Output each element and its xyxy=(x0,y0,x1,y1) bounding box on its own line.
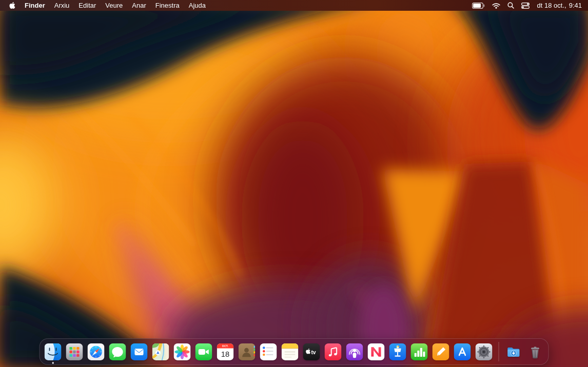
dock-item-settings[interactable] xyxy=(476,343,493,360)
menu-item-veure[interactable]: Veure xyxy=(101,0,127,11)
dock-item-launchpad[interactable] xyxy=(66,343,83,360)
reminders-icon xyxy=(260,343,277,360)
messages-icon xyxy=(109,343,126,360)
trash-icon xyxy=(527,343,544,360)
dock-item-numbers[interactable] xyxy=(411,343,428,360)
dock-item-maps[interactable] xyxy=(152,343,169,360)
clock-time: 9:41 xyxy=(569,2,582,9)
dock-item-calendar[interactable]: OCT. 18 xyxy=(217,343,234,360)
menubar-clock[interactable]: dt 18 oct., 9:41 xyxy=(533,2,582,9)
dock-item-trash[interactable] xyxy=(527,343,544,360)
dock-divider xyxy=(499,342,499,361)
dock: OCT. 18 tv xyxy=(40,338,549,365)
menubar-menus: ArxiuEditarVeureAnarFinestraAjuda xyxy=(50,0,210,11)
menu-item-finestra[interactable]: Finestra xyxy=(151,0,184,11)
calendar-icon: OCT. 18 xyxy=(217,343,234,360)
control-center-icon xyxy=(521,3,530,9)
mail-icon xyxy=(131,343,148,360)
numbers-icon xyxy=(411,343,428,360)
dock-item-reminders[interactable] xyxy=(260,343,277,360)
menu-item-ajuda[interactable]: Ajuda xyxy=(184,0,210,11)
desktop-wallpaper xyxy=(0,0,588,367)
dock-item-music[interactable] xyxy=(325,343,342,360)
maps-icon xyxy=(152,343,169,360)
svg-text:tv: tv xyxy=(311,349,316,355)
facetime-icon xyxy=(195,343,212,360)
news-icon xyxy=(368,343,385,360)
wifi-status[interactable] xyxy=(488,0,504,11)
dock-item-mail[interactable] xyxy=(131,343,148,360)
contacts-icon xyxy=(239,343,256,360)
notes-icon xyxy=(282,343,299,360)
desktop: Finder ArxiuEditarVeureAnarFinestraAjuda xyxy=(0,0,588,367)
dock-item-photos[interactable] xyxy=(174,343,191,360)
music-icon xyxy=(325,343,342,360)
keynote-icon xyxy=(389,343,406,360)
dock-item-facetime[interactable] xyxy=(195,343,212,360)
dock-item-contacts[interactable] xyxy=(239,343,256,360)
wifi-icon xyxy=(492,3,500,9)
svg-text:18: 18 xyxy=(221,350,229,358)
pages-icon xyxy=(433,343,449,360)
running-indicator xyxy=(52,362,54,364)
dock-item-appstore[interactable] xyxy=(454,343,471,360)
finder-icon xyxy=(45,343,62,360)
app-store-icon xyxy=(454,343,471,360)
dock-item-appletv[interactable]: tv xyxy=(303,343,320,360)
menu-bar: Finder ArxiuEditarVeureAnarFinestraAjuda xyxy=(0,0,588,11)
apple-logo-icon xyxy=(9,2,15,9)
dock-item-safari[interactable] xyxy=(88,343,105,360)
search-icon xyxy=(507,2,514,9)
dock-item-finder[interactable] xyxy=(45,343,62,360)
menu-item-finder[interactable]: Finder xyxy=(20,0,50,11)
clock-date: dt 18 oct., xyxy=(537,2,566,9)
control-center[interactable] xyxy=(518,0,533,11)
dock-item-keynote[interactable] xyxy=(389,343,406,360)
dock-item-podcasts[interactable] xyxy=(346,343,363,360)
dock-item-news[interactable] xyxy=(368,343,385,360)
dock-item-pages[interactable] xyxy=(433,343,449,360)
svg-text:OCT.: OCT. xyxy=(222,345,229,348)
downloads-folder-icon xyxy=(505,343,522,360)
menubar-left: Finder ArxiuEditarVeureAnarFinestraAjuda xyxy=(9,0,210,11)
apple-menu[interactable] xyxy=(9,0,20,11)
battery-icon xyxy=(472,3,485,9)
dock-item-messages[interactable] xyxy=(109,343,126,360)
menu-item-anar[interactable]: Anar xyxy=(127,0,150,11)
apple-tv-icon: tv xyxy=(303,343,320,360)
photos-icon xyxy=(174,343,191,360)
dock-item-downloads[interactable] xyxy=(505,343,522,360)
menubar-right: dt 18 oct., 9:41 xyxy=(468,0,582,11)
spotlight-search[interactable] xyxy=(504,0,518,11)
dock-item-notes[interactable] xyxy=(282,343,299,360)
battery-status[interactable] xyxy=(468,0,488,11)
menu-item-editar[interactable]: Editar xyxy=(74,0,101,11)
system-settings-icon xyxy=(476,343,493,360)
menu-item-arxiu[interactable]: Arxiu xyxy=(50,0,74,11)
podcasts-icon xyxy=(346,343,363,360)
launchpad-icon xyxy=(66,343,83,360)
safari-icon xyxy=(88,343,105,360)
